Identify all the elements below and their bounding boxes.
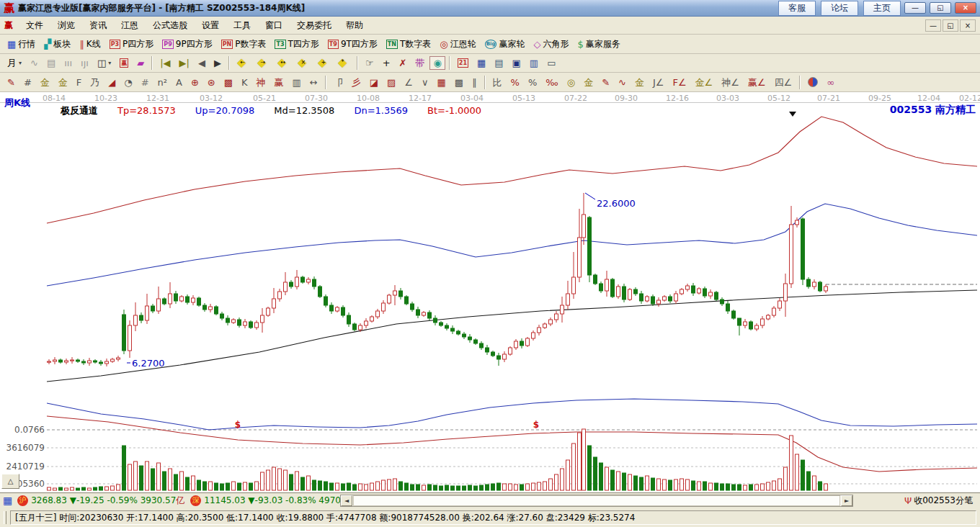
gold-box-icon[interactable]: 金 <box>631 76 648 89</box>
gold-lines-icon[interactable]: 金 <box>580 76 597 89</box>
close-button[interactable]: × <box>955 2 976 14</box>
pencil-1-icon[interactable]: ✎ <box>598 76 613 89</box>
shape-tool-icon[interactable]: 带 <box>411 56 428 70</box>
gann-wheel-button[interactable]: ◎江恩轮 <box>436 37 479 52</box>
menu-item-9[interactable]: 帮助 <box>339 19 370 32</box>
k-wave-icon[interactable]: K <box>238 76 251 89</box>
shen-angle-icon[interactable]: 神∠ <box>718 76 743 89</box>
menu-item-2[interactable]: 资讯 <box>82 19 114 32</box>
forum-button[interactable]: 论坛 <box>821 1 858 16</box>
infinity-icon[interactable]: ∞ <box>823 76 838 89</box>
market-grid-icon[interactable]: ▦ <box>3 495 12 506</box>
angle-a-icon[interactable]: A <box>172 76 186 89</box>
color-chart-icon[interactable]: ▰ <box>133 56 148 70</box>
scroll-left-arrow[interactable]: ◄ <box>341 495 352 506</box>
ray-fan-icon[interactable]: 彡 <box>348 76 365 89</box>
gold-angle-icon[interactable]: 金∠ <box>692 76 717 89</box>
f-angle-icon[interactable]: F∠ <box>669 76 690 89</box>
gann-diamond-plus-icon[interactable]: ◆+ <box>314 56 333 71</box>
frame-tool-icon[interactable]: 卩 <box>330 76 347 89</box>
ruler-grid-icon[interactable]: ▥ <box>289 76 305 89</box>
gold-grid-2-icon[interactable]: 金 <box>55 76 71 89</box>
scroll-right-arrow[interactable]: ► <box>841 495 852 506</box>
quotes-button[interactable]: ▦行情 <box>4 37 39 52</box>
t-number-table-button[interactable]: TNT数字表 <box>383 37 435 52</box>
step-forward-button[interactable]: ▶ <box>210 56 225 70</box>
gann-diamond-lr-icon[interactable]: ◆↔ <box>274 56 293 71</box>
wave-angle-icon[interactable]: ∿ <box>615 76 630 89</box>
menu-item-8[interactable]: 交易委托 <box>290 19 339 32</box>
shen-grid-icon[interactable]: 神 <box>253 76 270 89</box>
t9-square-button[interactable]: T99T四方形 <box>324 37 381 52</box>
gann-diamond-x-icon[interactable]: ◆× <box>294 56 313 71</box>
p-number-table-button[interactable]: PNP数字表 <box>218 37 270 52</box>
chart-scrollbar[interactable]: ◄ ► <box>340 495 853 507</box>
step-back-button[interactable]: ◀ <box>195 56 209 70</box>
calculator-icon[interactable]: ▦ <box>473 56 489 70</box>
angle-fan-icon[interactable]: ∠ <box>401 76 416 89</box>
mdi-close-button[interactable]: × <box>960 19 976 32</box>
j-angle-icon[interactable]: J∠ <box>649 76 668 89</box>
gann-diamond-star-icon[interactable]: ◆* <box>334 56 353 71</box>
square-fan-icon[interactable]: ▨ <box>383 76 399 89</box>
calendar-icon[interactable]: 21 <box>454 57 472 69</box>
menu-item-7[interactable]: 窗口 <box>258 19 290 32</box>
pane-toggle-button[interactable]: △ <box>1 474 19 489</box>
menu-item-5[interactable]: 设置 <box>195 19 226 32</box>
menu-item-0[interactable]: 文件 <box>19 19 50 32</box>
jump-first-button[interactable]: |◀ <box>156 56 174 70</box>
crosshair-tool-icon[interactable]: + <box>379 56 394 70</box>
hand-tool-icon[interactable]: ☞ <box>362 56 378 70</box>
menu-item-6[interactable]: 工具 <box>226 19 258 32</box>
ratio-table-icon[interactable]: 比 <box>489 76 506 89</box>
compass-icon[interactable]: ⊕ <box>187 76 202 89</box>
period-month-button[interactable]: 月▾ <box>4 56 25 70</box>
four-angle-icon[interactable]: 四∠ <box>771 76 796 89</box>
pen-tool-icon[interactable]: ✎ <box>4 76 19 89</box>
brain-tool-icon[interactable]: ◉ <box>429 56 445 70</box>
p-square-button[interactable]: P3P四方形 <box>106 37 158 52</box>
star-web-icon[interactable]: ⊛ <box>204 76 219 89</box>
winner-service-button[interactable]: $赢家服务 <box>574 37 623 52</box>
kline-button[interactable]: ∥K线 <box>76 37 104 52</box>
scrollbar-track[interactable] <box>352 495 841 506</box>
percent-icon[interactable]: % <box>525 76 540 89</box>
jump-last-button[interactable]: ▶| <box>176 56 193 70</box>
n2-grid-icon[interactable]: n² <box>154 76 171 89</box>
print-icon[interactable]: ▭ <box>543 56 559 70</box>
hash-grid-icon[interactable]: # <box>138 76 153 89</box>
kline-canvas[interactable]: $$ <box>0 109 980 492</box>
gold-grid-1-icon[interactable]: 金 <box>37 76 53 89</box>
cut-tool-icon[interactable]: ✗ <box>396 56 411 70</box>
shaded-fan-icon[interactable]: ◪ <box>366 76 382 89</box>
export-icon[interactable]: ▥ <box>526 56 542 70</box>
f-grid-icon[interactable]: F <box>73 76 85 89</box>
menu-item-1[interactable]: 浏览 <box>50 19 82 32</box>
candle-style-button[interactable]: ◫▾ <box>94 56 115 70</box>
note-icon[interactable]: ▤ <box>43 56 59 70</box>
clock-grid-icon[interactable]: ◔ <box>120 76 135 89</box>
parallel-lines-icon[interactable]: ∥ <box>468 76 481 89</box>
span-arrows-icon[interactable]: ↔ <box>306 76 321 89</box>
permille-icon[interactable]: ‰ <box>542 76 561 89</box>
taiji-icon[interactable] <box>804 76 821 89</box>
scrollbar-thumb[interactable] <box>353 495 840 506</box>
p9-square-button[interactable]: P99P四方形 <box>159 37 215 52</box>
check-lines-icon[interactable]: ∨ <box>418 76 432 89</box>
win-angle-icon[interactable]: 赢∠ <box>744 76 770 89</box>
hexagon-button[interactable]: ◇六角形 <box>530 37 572 52</box>
t-square-button[interactable]: T3T四方形 <box>271 37 322 52</box>
homepage-button[interactable]: 主页 <box>863 1 901 16</box>
gann-diamond-left-icon[interactable]: ◆← <box>233 56 252 71</box>
winner-box-icon[interactable]: 赢 <box>116 57 132 69</box>
grid-arrow-icon[interactable]: ▩ <box>451 76 467 89</box>
chart-area[interactable]: 周K线 极反通道Tp=28.1573Up=20.7098Md=12.3508Dn… <box>0 92 980 492</box>
dense-grid-icon[interactable]: ▦ <box>434 76 450 89</box>
winner-wheel-button[interactable]: Big赢家轮 <box>481 37 529 52</box>
customer-service-button[interactable]: 客服 <box>778 1 816 16</box>
save-icon[interactable]: ▣ <box>509 56 525 70</box>
pencil-grid-icon[interactable]: ◢ <box>104 76 119 89</box>
grid-tool-icon[interactable]: # <box>20 76 35 89</box>
percent-angle-icon[interactable]: % <box>507 76 523 89</box>
five-grid-icon[interactable]: 乃 <box>86 76 103 89</box>
